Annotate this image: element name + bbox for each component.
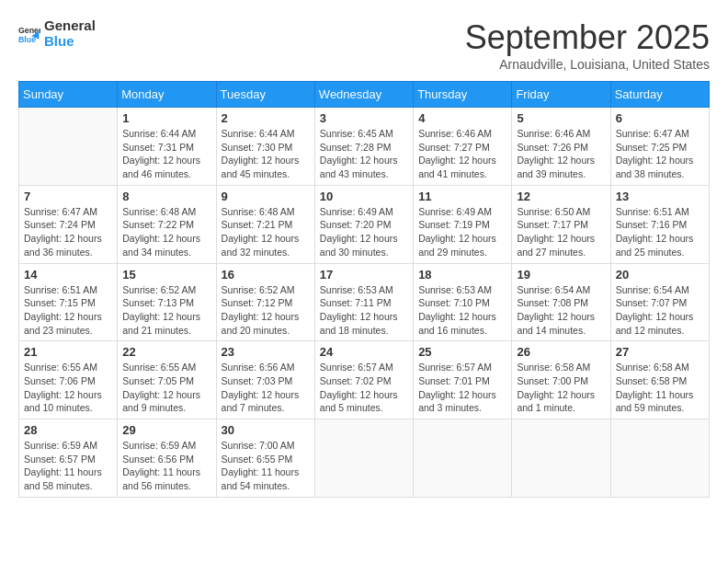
col-saturday: Saturday [610,82,709,108]
calendar-cell-w4-d2: 22Sunrise: 6:55 AMSunset: 7:05 PMDayligh… [118,341,216,419]
calendar-cell-w1-d2: 1Sunrise: 6:44 AMSunset: 7:31 PMDaylight… [118,108,216,186]
calendar-cell-w5-d5 [414,419,512,498]
day-info: Sunrise: 6:45 AMSunset: 7:28 PMDaylight:… [320,127,408,181]
day-info: Sunrise: 6:52 AMSunset: 7:12 PMDaylight:… [222,283,310,338]
day-info: Sunrise: 6:49 AMSunset: 7:19 PMDaylight:… [418,205,506,259]
location: Arnaudville, Louisiana, United States [465,57,710,72]
col-thursday: Thursday [414,82,512,108]
day-number: 13 [616,190,704,203]
calendar-cell-w4-d3: 23Sunrise: 6:56 AMSunset: 7:03 PMDayligh… [216,341,314,419]
day-number: 28 [24,423,112,437]
calendar-cell-w1-d6: 5Sunrise: 6:46 AMSunset: 7:26 PMDaylight… [512,108,610,186]
day-number: 4 [418,111,506,125]
day-number: 5 [517,111,605,125]
day-info: Sunrise: 6:55 AMSunset: 7:06 PMDaylight:… [24,361,112,415]
calendar-cell-w3-d3: 16Sunrise: 6:52 AMSunset: 7:12 PMDayligh… [216,263,314,341]
calendar-cell-w2-d4: 10Sunrise: 6:49 AMSunset: 7:20 PMDayligh… [314,185,413,263]
day-number: 16 [222,268,310,282]
day-number: 17 [320,268,408,282]
calendar-cell-w4-d5: 25Sunrise: 6:57 AMSunset: 7:01 PMDayligh… [414,341,512,419]
day-number: 10 [320,190,408,203]
day-info: Sunrise: 6:49 AMSunset: 7:20 PMDaylight:… [320,205,408,259]
day-info: Sunrise: 6:55 AMSunset: 7:05 PMDaylight:… [122,361,210,415]
calendar-cell-w3-d1: 14Sunrise: 6:51 AMSunset: 7:15 PMDayligh… [19,263,118,341]
day-info: Sunrise: 6:46 AMSunset: 7:26 PMDaylight:… [517,127,605,181]
col-friday: Friday [512,82,610,108]
calendar-cell-w2-d6: 12Sunrise: 6:50 AMSunset: 7:17 PMDayligh… [512,185,610,263]
day-number: 11 [418,190,506,203]
calendar-cell-w2-d3: 9Sunrise: 6:48 AMSunset: 7:21 PMDaylight… [216,185,314,263]
day-info: Sunrise: 6:57 AMSunset: 7:02 PMDaylight:… [320,361,408,415]
day-number: 7 [24,190,112,203]
day-number: 2 [222,111,310,125]
calendar-cell-w1-d7: 6Sunrise: 6:47 AMSunset: 7:25 PMDaylight… [610,108,709,186]
day-number: 15 [122,268,210,282]
calendar-week-4: 21Sunrise: 6:55 AMSunset: 7:06 PMDayligh… [19,341,710,419]
calendar-cell-w4-d7: 27Sunrise: 6:58 AMSunset: 6:58 PMDayligh… [610,341,709,419]
calendar-cell-w5-d6 [512,419,610,498]
day-info: Sunrise: 6:52 AMSunset: 7:13 PMDaylight:… [122,283,210,338]
calendar-cell-w1-d5: 4Sunrise: 6:46 AMSunset: 7:27 PMDaylight… [414,108,512,186]
day-info: Sunrise: 6:53 AMSunset: 7:10 PMDaylight:… [418,283,506,338]
calendar-cell-w3-d6: 19Sunrise: 6:54 AMSunset: 7:08 PMDayligh… [512,263,610,341]
calendar-cell-w2-d1: 7Sunrise: 6:47 AMSunset: 7:24 PMDaylight… [19,185,118,263]
day-info: Sunrise: 6:44 AMSunset: 7:31 PMDaylight:… [122,127,210,181]
calendar-cell-w4-d6: 26Sunrise: 6:58 AMSunset: 7:00 PMDayligh… [512,341,610,419]
day-info: Sunrise: 6:57 AMSunset: 7:01 PMDaylight:… [418,361,506,415]
col-sunday: Sunday [19,82,118,108]
day-info: Sunrise: 6:54 AMSunset: 7:07 PMDaylight:… [616,283,704,338]
day-number: 23 [222,345,310,359]
calendar-cell-w3-d7: 20Sunrise: 6:54 AMSunset: 7:07 PMDayligh… [610,263,709,341]
day-number: 12 [517,190,605,203]
svg-text:Blue: Blue [18,34,36,43]
day-info: Sunrise: 6:58 AMSunset: 6:58 PMDaylight:… [616,361,704,415]
calendar-header-row: Sunday Monday Tuesday Wednesday Thursday… [19,82,710,108]
calendar-cell-w5-d3: 30Sunrise: 7:00 AMSunset: 6:55 PMDayligh… [216,419,314,498]
col-tuesday: Tuesday [216,82,314,108]
day-number: 8 [122,190,210,203]
day-info: Sunrise: 6:58 AMSunset: 7:00 PMDaylight:… [517,361,605,415]
day-info: Sunrise: 6:47 AMSunset: 7:25 PMDaylight:… [616,127,704,181]
day-number: 27 [616,345,704,359]
calendar-cell-w5-d7 [610,419,709,498]
day-number: 14 [24,268,112,282]
day-info: Sunrise: 6:47 AMSunset: 7:24 PMDaylight:… [24,205,112,259]
month-title: September 2025 [465,18,710,57]
day-number: 1 [122,111,210,125]
day-number: 25 [418,345,506,359]
calendar-cell-w2-d5: 11Sunrise: 6:49 AMSunset: 7:19 PMDayligh… [414,185,512,263]
logo: General Blue General Blue [18,18,96,49]
calendar-cell-w4-d1: 21Sunrise: 6:55 AMSunset: 7:06 PMDayligh… [19,341,118,419]
day-info: Sunrise: 6:44 AMSunset: 7:30 PMDaylight:… [222,127,310,181]
day-info: Sunrise: 6:56 AMSunset: 7:03 PMDaylight:… [222,361,310,415]
day-number: 18 [418,268,506,282]
day-info: Sunrise: 6:50 AMSunset: 7:17 PMDaylight:… [517,205,605,259]
calendar-cell-w5-d4 [314,419,413,498]
calendar-cell-w1-d3: 2Sunrise: 6:44 AMSunset: 7:30 PMDaylight… [216,108,314,186]
calendar-week-3: 14Sunrise: 6:51 AMSunset: 7:15 PMDayligh… [19,263,710,341]
day-info: Sunrise: 6:54 AMSunset: 7:08 PMDaylight:… [517,283,605,338]
logo-icon: General Blue [18,23,40,45]
calendar-cell-w2-d7: 13Sunrise: 6:51 AMSunset: 7:16 PMDayligh… [610,185,709,263]
calendar-cell-w1-d4: 3Sunrise: 6:45 AMSunset: 7:28 PMDaylight… [314,108,413,186]
day-info: Sunrise: 6:48 AMSunset: 7:21 PMDaylight:… [222,205,310,259]
calendar-cell-w3-d5: 18Sunrise: 6:53 AMSunset: 7:10 PMDayligh… [414,263,512,341]
calendar-cell-w1-d1 [19,108,118,186]
calendar-table: Sunday Monday Tuesday Wednesday Thursday… [18,81,710,498]
day-info: Sunrise: 6:51 AMSunset: 7:16 PMDaylight:… [616,205,704,259]
calendar-cell-w2-d2: 8Sunrise: 6:48 AMSunset: 7:22 PMDaylight… [118,185,216,263]
logo-blue: Blue [44,34,96,50]
day-info: Sunrise: 6:59 AMSunset: 6:56 PMDaylight:… [122,439,210,493]
day-info: Sunrise: 6:48 AMSunset: 7:22 PMDaylight:… [122,205,210,259]
day-info: Sunrise: 6:53 AMSunset: 7:11 PMDaylight:… [320,283,408,338]
day-number: 24 [320,345,408,359]
title-block: September 2025 Arnaudville, Louisiana, U… [465,18,710,72]
calendar-week-1: 1Sunrise: 6:44 AMSunset: 7:31 PMDaylight… [19,108,710,186]
day-number: 6 [616,111,704,125]
day-number: 21 [24,345,112,359]
day-info: Sunrise: 6:46 AMSunset: 7:27 PMDaylight:… [418,127,506,181]
day-number: 9 [222,190,310,203]
day-info: Sunrise: 6:51 AMSunset: 7:15 PMDaylight:… [24,283,112,338]
day-number: 30 [222,423,310,437]
day-number: 20 [616,268,704,282]
